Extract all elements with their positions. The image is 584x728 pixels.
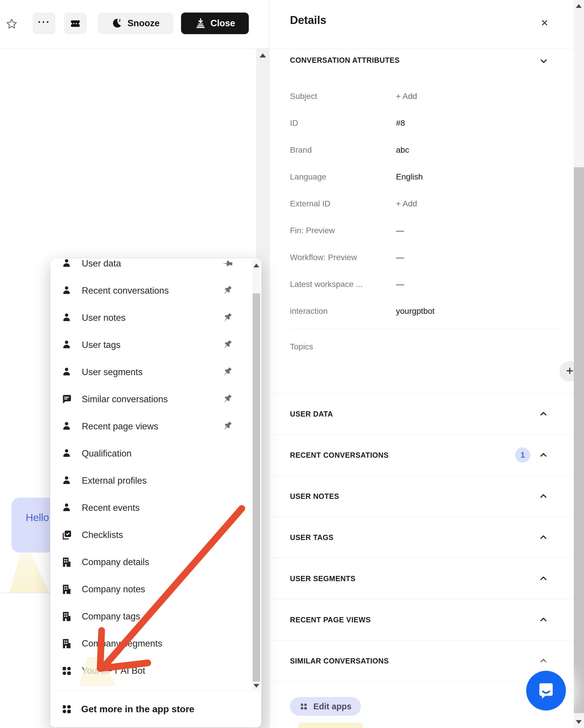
snooze-button[interactable]: z Snooze [98,12,174,34]
pin-icon[interactable] [221,420,233,433]
section-header-row[interactable]: USER DATA [270,393,574,435]
section-label: USER TAGS [290,533,538,542]
attribute-row: Workflow: Preview — [290,244,562,271]
pin-icon[interactable] [221,285,233,297]
menu-item-label: User notes [82,313,126,323]
chevron-up-icon[interactable] [538,615,549,625]
snooze-label: Snooze [127,18,159,29]
attribute-value[interactable]: + Add [396,199,417,208]
details-close-button[interactable] [538,16,551,29]
intercom-messenger-button[interactable] [526,671,566,710]
menu-item[interactable]: Recent page views [50,413,261,440]
snooze-moon-icon: z [111,18,123,29]
pin-icon[interactable] [221,393,233,406]
chevron-down-icon[interactable] [539,56,549,67]
attribute-value[interactable]: abc [396,146,409,155]
menu-item[interactable]: Qualification [50,440,261,467]
menu-item[interactable]: Company tags [50,603,261,630]
section-label: USER DATA [290,410,538,418]
menu-item[interactable]: Company segments [50,630,261,657]
attribute-value[interactable]: — [396,226,404,235]
edit-apps-label: Edit apps [313,702,352,711]
ellipsis-icon: ··· [38,17,51,30]
menu-item-label: Checklists [82,530,123,540]
section-header-row[interactable]: USER TAGS [270,517,574,558]
ticket-button[interactable] [64,12,87,34]
scroll-up-arrow-icon[interactable] [260,53,266,57]
scroll-down-arrow-icon[interactable] [576,720,582,724]
chevron-up-icon[interactable] [538,491,549,501]
person-icon [60,339,73,352]
menu-item[interactable]: User data [50,258,261,277]
conversation-attributes-header[interactable]: CONVERSATION ATTRIBUTES [290,56,400,64]
menu-scroll-up-icon[interactable] [253,264,259,267]
menu-scroll-down-icon[interactable] [253,684,259,688]
scroll-up-arrow-icon[interactable] [576,4,582,8]
close-conversation-button[interactable]: Close [181,12,249,34]
details-panel: Details CONVERSATION ATTRIBUTES Subject … [269,0,574,728]
star-icon [5,18,18,30]
star-button[interactable] [4,16,19,31]
chevron-up-icon[interactable] [538,409,549,419]
section-header-row[interactable]: USER NOTES [270,476,574,517]
attribute-row: interaction yourgptbot [290,298,562,324]
menu-item[interactable]: User notes [50,304,261,331]
section-header-row[interactable]: SIMILAR CONVERSATIONS [270,641,574,682]
person-icon [60,420,73,433]
attribute-label: Brand [290,146,396,155]
attribute-label: Latest workspace ... [290,280,396,289]
menu-item-label: Qualification [82,448,132,459]
messenger-chat-icon [535,679,557,702]
pin-icon[interactable] [221,339,233,351]
menu-item[interactable]: External profiles [50,467,261,494]
section-header-row[interactable]: RECENT CONVERSATIONS 1 [270,435,574,476]
menu-item[interactable]: Checklists [50,521,261,548]
pin-icon[interactable] [221,312,233,324]
pin-icon[interactable] [221,366,233,378]
page-scrollbar[interactable] [574,0,584,728]
close-label: Close [210,18,235,29]
section-header-row[interactable]: RECENT PAGE VIEWS [270,599,574,641]
more-actions-button[interactable]: ··· [33,12,55,34]
person-icon [60,474,73,487]
chevron-up-icon[interactable] [538,532,549,542]
apps-popover-menu: User data Recent conversations [50,258,261,727]
attribute-row: Language English [290,163,562,190]
attribute-value[interactable]: — [396,280,404,289]
chevron-up-icon[interactable] [538,450,549,460]
attribute-value[interactable]: #8 [396,119,405,128]
attribute-label: Fin: Preview [290,226,396,235]
menu-item[interactable]: YourGPT AI Bot [50,657,261,684]
menu-scrollbar-thumb[interactable] [253,293,260,682]
menu-item-label: User segments [82,367,143,378]
attribute-row: Brand abc [290,137,562,163]
edit-apps-button[interactable]: Edit apps [290,697,361,716]
person-icon [60,366,73,379]
menu-item[interactable]: Company notes [50,576,261,603]
menu-item[interactable]: User segments [50,359,261,386]
menu-item-label: External profiles [82,475,147,486]
app-store-link[interactable]: Get more in the app store [50,690,261,727]
person-icon [60,258,73,270]
details-title: Details [290,14,327,27]
chevron-up-icon[interactable] [538,656,549,666]
chevron-up-icon[interactable] [538,574,549,583]
attribute-label: Subject [290,92,396,101]
menu-item[interactable]: Similar conversations [50,386,261,413]
page-scrollbar-thumb[interactable] [574,167,584,713]
pin-icon[interactable] [221,258,233,270]
menu-item-label: Recent events [82,503,139,513]
attribute-value[interactable]: — [396,253,404,262]
menu-scrollbar[interactable] [253,260,260,690]
menu-item[interactable]: User tags [50,331,261,359]
attribute-value[interactable]: English [396,172,423,182]
section-header-row[interactable]: USER SEGMENTS [270,558,574,599]
attribute-value[interactable]: yourgptbot [396,307,434,316]
menu-item[interactable]: Recent conversations [50,277,261,304]
message-text: Hello [26,512,49,523]
attribute-list: Subject + Add ID #8 Brand abc Language E… [290,83,562,324]
attribute-value[interactable]: + Add [396,92,417,101]
menu-item-label: Company details [82,557,149,568]
menu-item[interactable]: Company details [50,548,261,576]
menu-item[interactable]: Recent events [50,494,261,521]
